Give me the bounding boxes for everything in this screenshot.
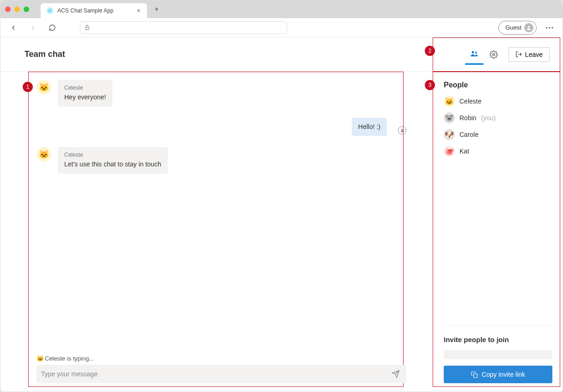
message-input[interactable] xyxy=(41,370,390,378)
back-button[interactable] xyxy=(7,21,20,34)
person-row[interactable]: 🐨Robin(you) xyxy=(444,112,552,123)
person-avatar: 🐨 xyxy=(444,112,455,123)
settings-button[interactable] xyxy=(485,46,502,63)
invite-link-field[interactable] xyxy=(444,350,552,359)
message-bubble-me: Hello! :) xyxy=(352,118,387,136)
person-row[interactable]: 🐱Celeste xyxy=(444,96,552,107)
more-menu-button[interactable] xyxy=(543,21,556,34)
svg-rect-4 xyxy=(86,27,89,30)
copy-icon xyxy=(471,371,478,378)
message-text: Hey everyone! xyxy=(64,93,106,102)
gear-icon xyxy=(490,50,498,59)
svg-point-12 xyxy=(402,129,403,130)
person-name: Celeste xyxy=(459,98,481,105)
message-avatar: 🐱 xyxy=(37,147,51,162)
message-bubble-other: CelesteHey everyone! xyxy=(58,80,112,107)
window-close-button[interactable] xyxy=(5,6,11,12)
copy-invite-button[interactable]: Copy invite link xyxy=(444,366,552,383)
leave-label: Leave xyxy=(525,51,543,58)
send-button[interactable] xyxy=(390,368,402,380)
typing-text: Celeste is typing... xyxy=(45,355,94,362)
person-name: Kat xyxy=(459,147,469,155)
window-controls xyxy=(5,6,29,12)
svg-point-11 xyxy=(493,53,495,55)
compose-box xyxy=(37,365,406,383)
person-name: Robin xyxy=(459,114,477,122)
chat-pane: 🐱CelesteHey everyone!Hello! :)🐱CelesteLe… xyxy=(0,72,433,392)
message-sender: Celeste xyxy=(64,85,106,91)
message-avatar: 🐱 xyxy=(37,80,51,95)
titlebar: ACS Chat Sample App × + xyxy=(0,0,563,18)
svg-point-0 xyxy=(49,10,51,11)
svg-point-8 xyxy=(551,27,553,28)
svg-point-10 xyxy=(475,52,477,54)
profile-avatar-icon xyxy=(524,23,533,32)
people-tab[interactable] xyxy=(465,44,483,65)
message-row: Hello! :) xyxy=(37,118,406,136)
address-bar[interactable] xyxy=(80,21,287,34)
message-sender: Celeste xyxy=(64,152,161,158)
react-favicon xyxy=(46,7,54,14)
invite-heading: Invite people to join xyxy=(444,336,552,343)
svg-point-9 xyxy=(471,51,474,54)
lock-icon xyxy=(84,24,90,31)
person-avatar: 🐶 xyxy=(444,129,455,140)
app-container: 1 2 3 Team chat Leave 🐱Celeste xyxy=(0,37,563,392)
tab-title: ACS Chat Sample App xyxy=(57,7,132,14)
person-avatar: 🐙 xyxy=(444,146,455,157)
svg-rect-13 xyxy=(474,374,477,377)
seen-icon xyxy=(398,126,406,135)
typing-indicator: 🐱 Celeste is typing... xyxy=(37,355,406,362)
leave-button[interactable]: Leave xyxy=(508,47,550,62)
window-minimize-button[interactable] xyxy=(14,6,20,12)
person-row[interactable]: 🐶Carole xyxy=(444,129,552,140)
message-row: 🐱CelesteLet's use this chat to stay in t… xyxy=(37,147,406,174)
browser-tab[interactable]: ACS Chat Sample App × xyxy=(41,3,147,18)
reload-button[interactable] xyxy=(46,21,59,34)
profile-button[interactable]: Guest xyxy=(498,21,537,35)
typing-avatar: 🐱 xyxy=(37,355,44,362)
people-list: 🐱Celeste🐨Robin(you)🐶Carole🐙Kat xyxy=(444,96,552,157)
message-row: 🐱CelesteHey everyone! xyxy=(37,80,406,107)
person-row[interactable]: 🐙Kat xyxy=(444,146,552,157)
messages-list: 🐱CelesteHey everyone!Hello! :)🐱CelesteLe… xyxy=(37,80,406,351)
leave-icon xyxy=(515,51,522,58)
person-name: Carole xyxy=(459,131,478,138)
people-heading: People xyxy=(444,81,552,89)
header-actions: Leave xyxy=(465,44,550,65)
sidebar: People 🐱Celeste🐨Robin(you)🐶Carole🐙Kat In… xyxy=(433,72,563,392)
new-tab-button[interactable]: + xyxy=(150,3,163,16)
message-text: Let's use this chat to stay in touch xyxy=(64,160,161,169)
browser-window: ACS Chat Sample App × + Guest xyxy=(0,0,563,392)
people-icon xyxy=(470,49,478,58)
svg-point-7 xyxy=(549,27,550,28)
svg-point-5 xyxy=(528,26,530,28)
content: 🐱CelesteHey everyone!Hello! :)🐱CelesteLe… xyxy=(0,72,563,392)
invite-section: Invite people to join Copy invite link xyxy=(444,325,552,383)
svg-point-6 xyxy=(546,27,547,28)
message-bubble-other: CelesteLet's use this chat to stay in to… xyxy=(58,147,168,174)
you-label: (you) xyxy=(481,114,496,122)
person-avatar: 🐱 xyxy=(444,96,455,107)
send-icon xyxy=(392,370,400,378)
tab-close-button[interactable]: × xyxy=(136,7,141,14)
profile-label: Guest xyxy=(505,24,521,31)
copy-invite-label: Copy invite link xyxy=(482,371,525,378)
window-maximize-button[interactable] xyxy=(24,6,29,12)
app-header: Team chat Leave xyxy=(0,37,563,72)
forward-button xyxy=(26,21,39,34)
message-text: Hello! :) xyxy=(358,122,380,132)
browser-toolbar: Guest xyxy=(0,18,563,37)
chat-title: Team chat xyxy=(24,49,65,59)
